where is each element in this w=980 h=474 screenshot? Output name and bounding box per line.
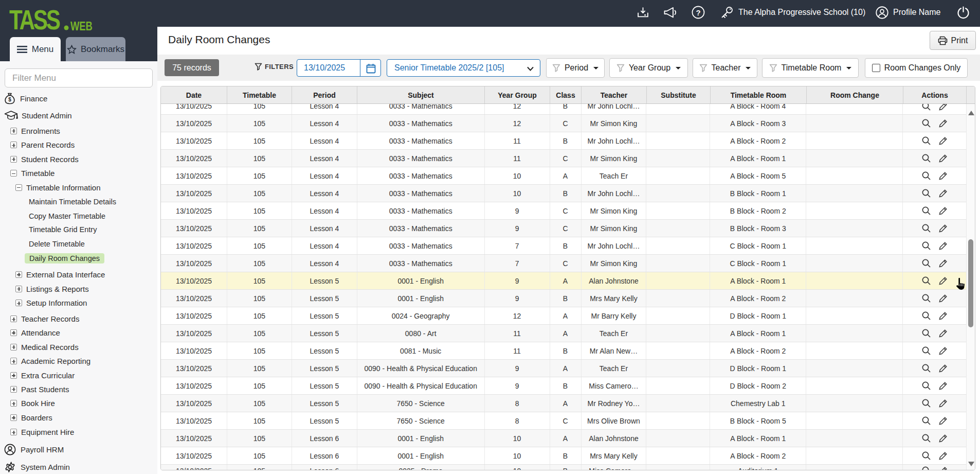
svg-text:WEB: WEB bbox=[70, 20, 93, 32]
svg-text:TASS: TASS bbox=[9, 4, 60, 33]
svg-text:$: $ bbox=[8, 97, 11, 102]
svg-text:?: ? bbox=[696, 8, 700, 17]
